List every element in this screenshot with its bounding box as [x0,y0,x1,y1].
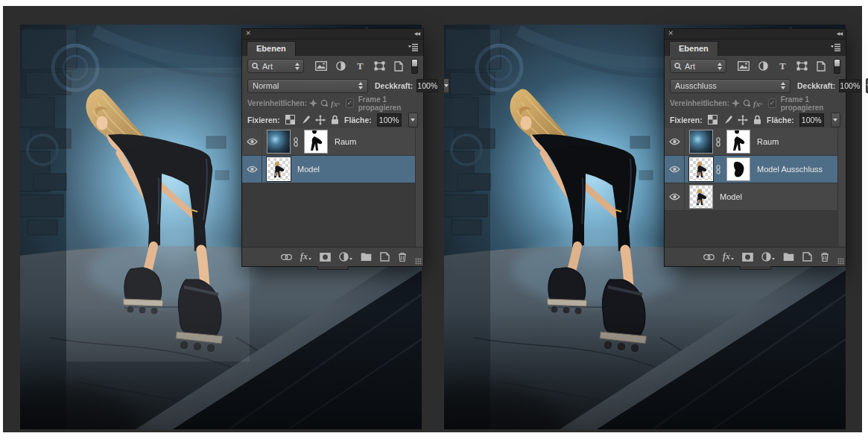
layer-thumbnail[interactable] [689,157,713,181]
opacity-value[interactable]: 100% [416,79,438,92]
eye-icon [247,138,258,145]
new-layer-icon[interactable] [802,252,812,262]
tab-ebenen[interactable]: Ebenen [669,41,718,56]
layer-thumbnail[interactable] [689,185,713,209]
fill-label: Fläche: [344,116,372,124]
layer-mask-thumbnail[interactable] [304,130,328,154]
lock-paint-icon[interactable] [300,113,310,127]
panel-resize-notch[interactable] [740,266,771,270]
visibility-toggle[interactable] [665,128,685,155]
fill-value[interactable]: 100% [799,113,824,127]
add-mask-icon[interactable] [320,253,331,262]
filter-toggle[interactable] [834,59,840,74]
chain-link-icon [715,165,721,174]
link-layers-icon[interactable] [281,254,292,260]
close-icon[interactable]: × [668,28,673,38]
lock-transparent-icon[interactable] [285,113,295,127]
lock-move-icon[interactable] [315,113,326,127]
unify-label: Vereinheitlichen: [670,99,729,107]
panel-resize-notch[interactable] [317,266,349,270]
unify-style-icon[interactable]: fx∞ [331,97,340,110]
layer-thumbnail[interactable] [689,130,713,154]
frame-propagate-checkbox[interactable]: ✓ [346,98,354,108]
visibility-toggle[interactable] [242,156,262,183]
unify-style-icon[interactable]: fx∞ [753,97,763,110]
new-layer-icon[interactable] [380,252,390,262]
adjustment-layer-icon[interactable] [339,252,352,262]
image-filter-icon[interactable] [314,60,329,73]
fill-dropdown-button[interactable] [831,113,840,127]
filter-toggle[interactable] [411,59,418,74]
unify-position-icon[interactable] [309,97,317,110]
stepper-icon [717,63,722,70]
collapse-icon[interactable]: ◀◀ [414,30,419,38]
unify-label: Vereinheitlichen: [247,99,307,107]
layer-mask-thumbnail[interactable] [726,157,750,181]
lock-paint-icon[interactable] [723,113,732,127]
adjustment-filter-icon[interactable] [755,60,770,73]
group-icon[interactable] [783,253,794,262]
trash-icon[interactable] [398,252,407,262]
layer-list[interactable]: Raum Model [242,128,423,247]
lock-transparent-icon[interactable] [708,113,717,127]
type-filter-icon[interactable]: T [352,60,367,73]
blend-mode-select[interactable]: Ausschluss [670,79,791,93]
type-filter-icon[interactable]: T [775,60,790,73]
group-icon[interactable] [361,253,372,262]
layer-row-raum[interactable]: Raum [242,128,416,156]
link-layers-icon[interactable] [703,254,715,260]
visibility-toggle[interactable] [242,128,262,155]
lock-all-icon[interactable] [753,113,761,127]
image-filter-icon[interactable] [736,60,751,73]
tab-ebenen[interactable]: Ebenen [247,41,296,56]
resize-grip[interactable] [415,258,422,265]
frame-propagate-checkbox[interactable]: ✓ [768,98,776,108]
layer-row-model[interactable]: Model [242,156,416,183]
fx-icon[interactable]: fx [723,251,734,262]
lock-move-icon[interactable] [738,113,748,127]
layer-filter-select[interactable]: Art [670,59,726,73]
resize-grip[interactable] [837,258,844,265]
opacity-dropdown-button[interactable] [443,78,449,93]
smartobject-filter-icon[interactable] [814,60,829,73]
visibility-toggle[interactable] [665,156,685,183]
layer-thumbnail[interactable] [267,130,291,154]
unify-position-icon[interactable] [732,97,740,110]
panel-toolbar: fx [242,247,423,266]
smartobject-filter-icon[interactable] [391,60,406,73]
layer-list[interactable]: Raum Model Ausschluss Model [665,128,846,247]
panel-menu-icon[interactable] [408,43,419,53]
fill-value[interactable]: 100% [377,113,402,127]
collapse-icon[interactable]: ◀◀ [837,30,842,38]
layer-row-model-ausschluss[interactable]: Model Ausschluss [665,156,838,183]
layer-row-raum[interactable]: Raum [665,128,838,156]
close-icon[interactable]: × [246,28,250,38]
unify-visibility-icon[interactable] [320,97,328,110]
lock-all-icon[interactable] [331,113,339,127]
eye-icon [247,165,258,173]
scrollbar-gutter[interactable] [415,128,423,247]
canvas-bounds-overlay [66,68,250,362]
fx-icon[interactable]: fx [300,251,311,262]
add-mask-icon[interactable] [742,253,753,262]
scrollbar-gutter[interactable] [837,128,846,247]
layer-mask-thumbnail[interactable] [726,130,750,154]
panel-menu-icon[interactable] [830,43,841,53]
panel-titlebar[interactable]: × ◀◀ [665,29,846,40]
shape-filter-icon[interactable] [794,60,809,73]
trash-icon[interactable] [820,252,829,262]
layer-row-model[interactable]: Model [665,183,838,211]
layer-filter-select[interactable]: Art [247,59,304,73]
layer-name: Model [297,165,320,174]
panel-titlebar[interactable]: × ◀◀ [242,29,423,40]
layer-thumbnail[interactable] [267,157,291,181]
unify-visibility-icon[interactable] [742,97,750,110]
adjustment-layer-icon[interactable] [761,252,775,262]
chain-link-icon [715,137,721,147]
blend-mode-select[interactable]: Normal [247,79,368,93]
shape-filter-icon[interactable] [372,60,387,73]
fill-dropdown-button[interactable] [408,113,418,127]
opacity-value[interactable]: 100% [839,79,861,92]
adjustment-filter-icon[interactable] [333,60,348,73]
visibility-toggle[interactable] [665,183,685,210]
